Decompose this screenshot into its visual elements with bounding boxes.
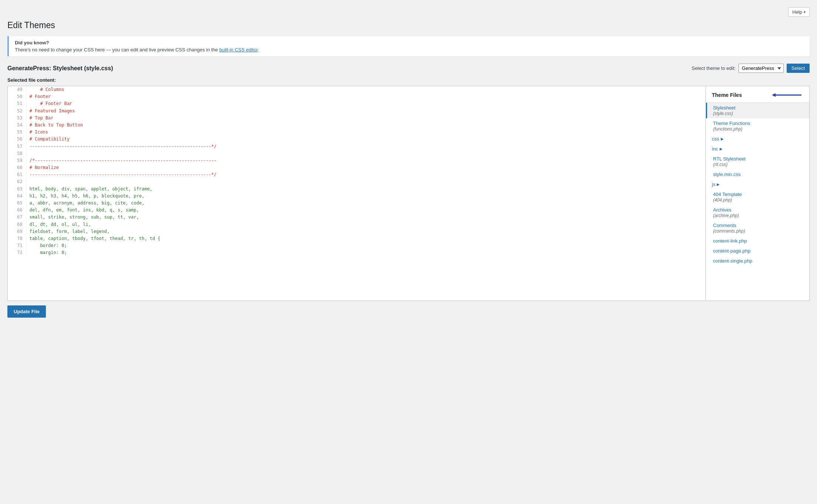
line-code: # Columns: [26, 86, 705, 93]
table-row: 66del, dfn, em, font, ins, kbd, q, s, sa…: [8, 207, 705, 214]
line-code: a, abbr, acronym, address, big, cite, co…: [26, 200, 705, 207]
css-editor-link[interactable]: built-in CSS editor: [219, 47, 258, 53]
line-number: 53: [8, 115, 26, 122]
help-button-area: Help ▾: [7, 7, 810, 17]
table-row: 62: [8, 178, 705, 185]
folder-link-inc[interactable]: inc ▶: [712, 146, 803, 152]
file-sub-theme-functions: (functions.php): [713, 126, 742, 132]
file-sub-comments: (comments.php): [713, 229, 745, 234]
code-scroll-container[interactable]: 49 # Columns50# Footer51 # Footer Bar52#…: [8, 86, 706, 301]
table-row: 52# Featured Images: [8, 108, 705, 115]
line-code: # Footer: [26, 93, 705, 100]
sidebar-item-content-page[interactable]: content-page.php: [706, 246, 809, 256]
table-row: 71 border: 0;: [8, 242, 705, 249]
line-number: 64: [8, 193, 26, 200]
arrow-annotation: [770, 91, 803, 99]
table-row: 53# Top Bar: [8, 115, 705, 122]
sidebar-item-stylesheet[interactable]: Stylesheet(style.css): [706, 103, 809, 118]
table-row: 72 margin: 0;: [8, 249, 705, 256]
line-code: # Top Bar: [26, 115, 705, 122]
table-row: 54# Back to Top Button: [8, 122, 705, 129]
line-number: 56: [8, 136, 26, 143]
help-label: Help: [792, 9, 802, 15]
editor-layout: 49 # Columns50# Footer51 # Footer Bar52#…: [7, 86, 810, 301]
sidebar-item-comments[interactable]: Comments(comments.php): [706, 220, 809, 236]
line-number: 51: [8, 100, 26, 107]
page-title: Edit Themes: [7, 20, 810, 30]
sidebar-item-rtl-stylesheet[interactable]: RTL Stylesheet(rtl.css): [706, 154, 809, 169]
line-number: 70: [8, 235, 26, 242]
line-number: 67: [8, 214, 26, 221]
line-number: 57: [8, 143, 26, 150]
folder-link-css[interactable]: css ▶: [712, 136, 803, 142]
sidebar-item-inc[interactable]: inc ▶: [706, 144, 809, 154]
update-file-button[interactable]: Update File: [7, 305, 46, 318]
code-table: 49 # Columns50# Footer51 # Footer Bar52#…: [8, 86, 705, 257]
help-button[interactable]: Help ▾: [788, 7, 810, 17]
line-number: 63: [8, 186, 26, 193]
table-row: 69fieldset, form, label, legend,: [8, 228, 705, 235]
table-row: 63html, body, div, span, applet, object,…: [8, 186, 705, 193]
sidebar-scroll[interactable]: Stylesheet(style.css)Theme Functions(fun…: [706, 103, 809, 301]
line-number: 71: [8, 242, 26, 249]
line-code: border: 0;: [26, 242, 705, 249]
table-row: 58: [8, 150, 705, 157]
file-link-comments[interactable]: Comments: [713, 223, 803, 228]
line-number: 49: [8, 86, 26, 93]
editor-header: GeneratePress: Stylesheet (style.css) Se…: [7, 64, 810, 73]
line-number: 52: [8, 108, 26, 115]
sidebar-item-theme-functions[interactable]: Theme Functions(functions.php): [706, 118, 809, 134]
table-row: 57--------------------------------------…: [8, 143, 705, 150]
theme-select[interactable]: GeneratePress: [739, 64, 784, 73]
line-number: 59: [8, 157, 26, 164]
line-number: 60: [8, 164, 26, 171]
line-number: 65: [8, 200, 26, 207]
line-code: [26, 178, 705, 185]
line-number: 61: [8, 171, 26, 178]
notice-text: There's no need to change your CSS here …: [15, 47, 804, 53]
file-sub-rtl-stylesheet: (rtl.css): [713, 162, 727, 167]
notice-text-content: There's no need to change your CSS here …: [15, 47, 218, 53]
file-link-stylesheet[interactable]: Stylesheet: [713, 105, 803, 111]
line-code: # Back to Top Button: [26, 122, 705, 129]
folder-link-js[interactable]: js ▶: [712, 182, 803, 187]
file-link-theme-functions[interactable]: Theme Functions: [713, 121, 803, 126]
line-number: 54: [8, 122, 26, 129]
table-row: 61--------------------------------------…: [8, 171, 705, 178]
line-code: [26, 150, 705, 157]
selected-file-label: Selected file content:: [7, 77, 810, 83]
file-link-style-min[interactable]: style.min.css: [713, 172, 803, 177]
file-link-content-link[interactable]: content-link.php: [713, 238, 803, 244]
file-link-rtl-stylesheet[interactable]: RTL Stylesheet: [713, 156, 803, 162]
svg-marker-1: [772, 93, 776, 97]
table-row: 65a, abbr, acronym, address, big, cite, …: [8, 200, 705, 207]
file-link-content-page[interactable]: content-page.php: [713, 248, 803, 254]
table-row: 60# Normalize: [8, 164, 705, 171]
file-sub-404-template: (404.php): [713, 197, 732, 203]
file-link-404-template[interactable]: 404 Template: [713, 192, 803, 197]
line-code: dl, dt, dd, ol, ul, li,: [26, 221, 705, 228]
table-row: 56# Compatibility: [8, 136, 705, 143]
sidebar-item-style-min[interactable]: style.min.css: [706, 169, 809, 179]
sidebar-item-css[interactable]: css ▶: [706, 134, 809, 144]
line-code: ----------------------------------------…: [26, 171, 705, 178]
chevron-down-icon: ▾: [804, 10, 806, 14]
sidebar-item-archives[interactable]: Archives(archive.php): [706, 205, 809, 220]
sidebar-item-js[interactable]: js ▶: [706, 179, 809, 189]
sidebar-item-content-link[interactable]: content-link.php: [706, 236, 809, 246]
sidebar-item-content-single[interactable]: content-single.php: [706, 256, 809, 266]
line-code: /*--------------------------------------…: [26, 157, 705, 164]
line-code: # Footer Bar: [26, 100, 705, 107]
table-row: 49 # Columns: [8, 86, 705, 93]
folder-arrow-icon: ▶: [720, 147, 723, 151]
line-number: 72: [8, 249, 26, 256]
table-row: 64h1, h2, h3, h4, h5, h6, p, blockquote,…: [8, 193, 705, 200]
sidebar-item-404-template[interactable]: 404 Template(404.php): [706, 189, 809, 205]
notice-suffix: .: [258, 47, 259, 53]
line-number: 66: [8, 207, 26, 214]
file-link-archives[interactable]: Archives: [713, 207, 803, 213]
file-link-content-single[interactable]: content-single.php: [713, 258, 803, 264]
line-number: 62: [8, 178, 26, 185]
line-code: # Compatibility: [26, 136, 705, 143]
select-button[interactable]: Select: [787, 64, 810, 73]
